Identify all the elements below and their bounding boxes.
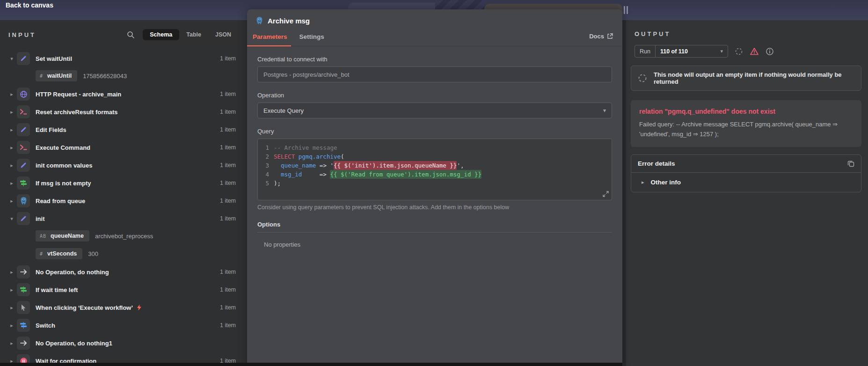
item-count: 1 item xyxy=(220,144,236,151)
code-token: msg_id xyxy=(281,170,302,179)
credential-value: Postgres - postgres/archive_bot xyxy=(263,71,350,78)
field-value: 300 xyxy=(88,250,98,257)
credential-select[interactable]: Postgres - postgres/archive_bot xyxy=(257,66,612,82)
input-row[interactable]: ▸No Operation, do nothing1 xyxy=(7,336,236,351)
credential-label: Credential to connect with xyxy=(257,56,612,63)
chevron-right-icon[interactable]: ▸ xyxy=(7,91,17,97)
code-line: 3 queue_name => '{{ $('init').item.json.… xyxy=(262,161,607,170)
node-detail-panel: Archive msg ParametersSettings Docs Cred… xyxy=(247,9,622,366)
search-icon[interactable] xyxy=(127,31,135,39)
code-line: 4 msg_id => {{ $('Read from queue').item… xyxy=(262,170,607,179)
input-row[interactable]: ▸Read from queue1 item xyxy=(7,193,236,208)
chevron-right-icon[interactable]: ▸ xyxy=(7,322,17,329)
schema-field-row[interactable]: #waitUntil1758566528043 xyxy=(36,69,236,83)
field-key: waitUntil xyxy=(47,73,72,79)
field-key: queueName xyxy=(51,233,84,239)
operation-select[interactable]: Execute Query ▾ xyxy=(257,102,612,118)
pencil-icon xyxy=(20,126,27,133)
pencil-icon xyxy=(20,215,27,222)
run-select[interactable]: Run 110 of 110 ▾ xyxy=(635,45,728,58)
node-icon-tile xyxy=(17,212,30,225)
chevron-right-icon[interactable]: ▸ xyxy=(7,180,17,186)
input-row[interactable]: ▸If wait time left1 item xyxy=(7,282,236,297)
node-icon-tile xyxy=(17,319,30,332)
field-value: archivebot_reprocess xyxy=(95,233,153,240)
item-count: 1 item xyxy=(220,126,236,133)
code-token: ', xyxy=(457,161,464,170)
input-row[interactable]: ▾Set waitUntil1 item xyxy=(7,51,236,66)
node-icon-tile xyxy=(17,52,30,65)
code-line: 2SELECT pgmq.archive( xyxy=(262,152,607,161)
view-tab-json[interactable]: JSON xyxy=(208,29,238,40)
input-row[interactable]: ▸No Operation, do nothing1 item xyxy=(7,264,236,279)
string-type-icon: AB xyxy=(40,234,46,239)
docs-link[interactable]: Docs xyxy=(589,33,613,43)
view-tab-table[interactable]: Table xyxy=(179,29,208,40)
error-message-box: relation "pgmq.q_undefined" does not exi… xyxy=(631,100,861,147)
input-row[interactable]: ▸Edit Fields1 item xyxy=(7,122,236,137)
node-row-label: Execute Command xyxy=(36,144,90,151)
error-description: Failed query: -- Archive message SELECT … xyxy=(639,120,853,139)
panel-gutter[interactable] xyxy=(622,20,626,366)
expand-editor-icon[interactable] xyxy=(602,190,609,198)
item-count: 1 item xyxy=(220,198,236,204)
code-token: ( xyxy=(341,152,344,161)
field-key-badge[interactable]: #waitUntil xyxy=(36,70,77,81)
sql-query-editor[interactable]: 1-- Archive message2SELECT pgmq.archive(… xyxy=(257,139,612,200)
chevron-right-icon[interactable]: ▸ xyxy=(7,145,17,151)
input-row[interactable]: ▾init1 item xyxy=(7,211,236,226)
item-count: 1 item xyxy=(220,215,236,222)
node-row-label: If msg is not empty xyxy=(36,180,91,187)
input-row[interactable]: ▸Reset archiveResult formats1 item xyxy=(7,104,236,119)
chevron-right-icon[interactable]: ▸ xyxy=(7,287,17,293)
rerun-node-icon[interactable] xyxy=(735,47,743,56)
chevron-right-icon[interactable]: ▸ xyxy=(7,305,17,311)
line-number: 2 xyxy=(262,152,269,161)
tab-settings[interactable]: Settings xyxy=(297,29,331,46)
chevron-right-icon[interactable]: ▸ xyxy=(7,269,17,275)
if-green-icon xyxy=(20,286,27,293)
view-tab-schema[interactable]: Schema xyxy=(143,29,179,40)
input-row[interactable]: ▸If msg is not empty1 item xyxy=(7,176,236,190)
tab-parameters[interactable]: Parameters xyxy=(250,29,294,46)
postgres-icon xyxy=(255,16,263,25)
node-row-label: Switch xyxy=(36,322,55,329)
input-row[interactable]: ▸HTTP Request - archive_main1 item xyxy=(7,87,236,102)
field-key-badge[interactable]: #vtSeconds xyxy=(36,248,82,259)
field-key-badge[interactable]: ABqueueName xyxy=(36,230,89,242)
output-panel-title: OUTPUT xyxy=(635,30,861,37)
chevron-right-icon[interactable]: ▸ xyxy=(7,198,17,204)
chevron-right-icon[interactable]: ▸ xyxy=(7,162,17,168)
line-number: 1 xyxy=(262,143,269,152)
error-title: relation "pgmq.q_undefined" does not exi… xyxy=(639,108,853,115)
output-panel: OUTPUT Run 110 of 110 ▾ This node will o… xyxy=(626,20,868,366)
error-details-title: Error details xyxy=(638,160,675,167)
chevron-right-icon[interactable]: ▸ xyxy=(7,340,17,346)
input-row[interactable]: ▸init common values1 item xyxy=(7,158,236,173)
if-green-icon xyxy=(20,179,27,187)
panel-drag-handle-icon[interactable] xyxy=(624,6,628,14)
other-info-toggle[interactable]: ▸ Other info xyxy=(631,173,861,192)
chevron-down-icon: ▾ xyxy=(715,45,728,57)
input-row[interactable]: ▸Execute Command1 item xyxy=(7,140,236,155)
back-to-canvas-link[interactable]: Back to canvas xyxy=(6,1,53,9)
copy-icon[interactable] xyxy=(847,160,854,167)
schema-field-row[interactable]: #vtSeconds300 xyxy=(36,247,236,261)
sql-injection-hint: Consider using query parameters to preve… xyxy=(257,204,612,211)
node-row-label: When clicking ‘Execute workflow’ xyxy=(36,304,133,311)
chevron-right-icon[interactable]: ▸ xyxy=(7,127,17,133)
code-line: 5); xyxy=(262,179,607,188)
node-icon-tile xyxy=(17,283,30,296)
item-count: 1 item xyxy=(220,109,236,115)
chevron-down-icon[interactable]: ▾ xyxy=(7,56,17,62)
warning-triangle-icon[interactable] xyxy=(750,47,759,56)
input-row[interactable]: ▸Switch1 item xyxy=(7,318,236,333)
info-circle-icon[interactable] xyxy=(766,47,774,56)
input-row[interactable]: ▸When clicking ‘Execute workflow’1 item xyxy=(7,300,236,315)
chevron-down-icon: ▾ xyxy=(603,107,606,114)
schema-field-row[interactable]: ABqueueNamearchivebot_reprocess xyxy=(36,229,236,243)
input-panel-title: INPUT xyxy=(8,31,36,38)
chevron-down-icon[interactable]: ▾ xyxy=(7,216,17,222)
cursor-icon xyxy=(20,304,27,311)
chevron-right-icon[interactable]: ▸ xyxy=(7,109,17,115)
